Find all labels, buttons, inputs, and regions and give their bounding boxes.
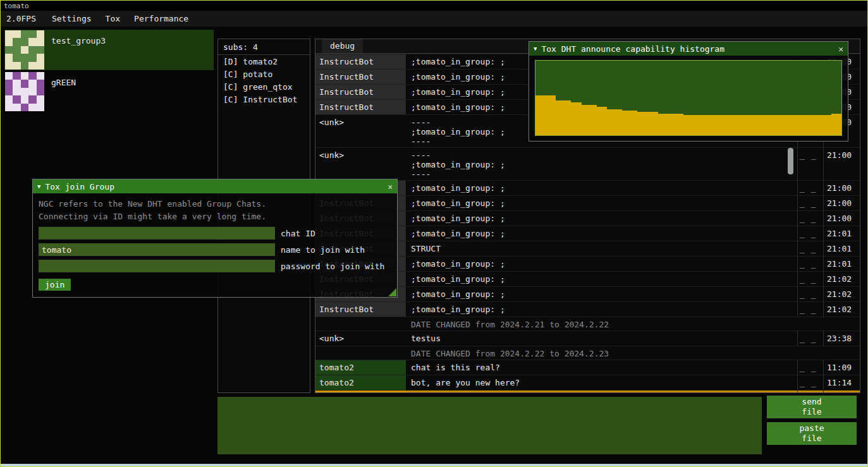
window-bottom-edge (1, 464, 867, 466)
chat-id-label: chat ID (281, 229, 315, 238)
histogram-bar (775, 115, 780, 135)
message-text: ;tomato_in_group: ; (406, 272, 797, 286)
message-row[interactable]: <unk>---- ;tomato_in_group: ; ----_ _21:… (315, 147, 860, 180)
message-text: ;tomato_in_group: ; (406, 287, 797, 301)
collapse-arrow-icon[interactable]: ▼ (534, 45, 537, 52)
histogram-bar (770, 115, 775, 135)
join-button[interactable]: join (39, 279, 71, 291)
message-time: 23:38 (823, 331, 860, 346)
message-time: 21:01 (823, 257, 860, 271)
message-row[interactable]: InstructBot;tomato_in_group: ;_ _21:02 (315, 301, 860, 317)
histogram-bar (688, 115, 694, 135)
message-time: 21:02 (823, 287, 860, 301)
histogram-bar (678, 114, 683, 135)
histogram-bar (729, 115, 734, 135)
member-item[interactable]: [C] green_qtox (218, 80, 310, 93)
message-time: 21:02 (823, 302, 860, 317)
sidebar-item-test-group3[interactable]: test_group3 (4, 30, 214, 70)
message-row[interactable]: tomato2bot, are you new here?_ _11:14 (315, 375, 860, 390)
sender-name: <unk> (315, 115, 406, 147)
group-avatar (5, 72, 44, 111)
members-list: [D] tomato2[C] potato[C] green_qtox[C] I… (218, 55, 310, 106)
histogram-bar (587, 105, 592, 135)
histogram-bar (765, 115, 770, 135)
histogram-bar (724, 115, 729, 135)
message-flags: _ _ (797, 241, 823, 256)
sidebar-item-green[interactable]: gREEN (4, 71, 214, 112)
message-text: chat is this real? (406, 360, 797, 375)
join-name-label: name to join with (281, 245, 365, 255)
message-text: ---- ;tomato_in_group: ; ---- (406, 148, 797, 180)
group-name: gREEN (51, 78, 76, 112)
histogram-bar (734, 115, 739, 135)
paste-file-button[interactable]: paste file (767, 422, 857, 445)
group-name: test_group3 (51, 36, 106, 70)
histogram-bar (647, 112, 652, 135)
message-time: 11:15 (823, 391, 860, 392)
histogram-bar (810, 115, 816, 135)
sender-name: tomato2 (315, 360, 406, 375)
histogram-bar (755, 115, 760, 135)
sender-name: InstructBot (315, 100, 406, 114)
member-item[interactable]: [C] potato (218, 68, 310, 80)
histogram-bar (704, 115, 709, 135)
message-row[interactable]: tomato2chat is this real?_ _11:09 (315, 360, 860, 375)
histogram-bar (821, 115, 826, 135)
resize-grip[interactable] (388, 288, 396, 296)
dht-histogram-window: ▼ Tox DHT announce capability histogram … (529, 41, 848, 142)
close-icon[interactable]: ✕ (388, 182, 393, 191)
member-item[interactable]: [D] tomato2 (218, 55, 310, 68)
histogram-bar (627, 111, 632, 135)
message-input[interactable] (217, 397, 762, 454)
chat-scrollbar[interactable] (788, 148, 793, 174)
message-time: 21:00 (823, 196, 860, 210)
histogram-bar (637, 112, 642, 135)
histogram-title: Tox DHT announce capability histogram (541, 44, 724, 54)
histogram-bar (719, 115, 724, 135)
message-flags: _ _ (797, 257, 823, 271)
send-file-button[interactable]: send file (767, 396, 857, 418)
message-text: ;tomato_in_group: ; (406, 211, 797, 226)
tab-debug[interactable]: debug (322, 39, 363, 53)
join-group-titlebar[interactable]: ▼ Tox join Group ✕ (33, 179, 397, 193)
histogram-bar (673, 114, 678, 135)
message-time: 21:01 (823, 226, 860, 241)
histogram-bar (826, 115, 831, 135)
histogram-bar (556, 100, 561, 135)
member-item[interactable]: [C] InstructBot (218, 93, 310, 106)
message-flags: _ _ (797, 211, 823, 226)
message-flags: _ _ (797, 302, 823, 317)
join-password-input[interactable] (39, 260, 275, 272)
join-name-input[interactable] (39, 243, 275, 256)
histogram-bar (800, 115, 805, 135)
message-time: 11:09 (823, 360, 860, 375)
histogram-bar (535, 95, 541, 135)
sender-name: tomato2 (315, 375, 406, 390)
menu-settings[interactable]: Settings (45, 14, 99, 23)
message-row[interactable]: InstructBotNo, I've been in this group f… (315, 390, 860, 392)
histogram-bar (541, 95, 546, 135)
message-time: 21:00 (823, 211, 860, 226)
histogram-bar (597, 107, 602, 135)
collapse-arrow-icon[interactable]: ▼ (37, 183, 40, 190)
window-titlebar[interactable]: tomato (1, 1, 867, 11)
histogram-titlebar[interactable]: ▼ Tox DHT announce capability histogram … (529, 42, 848, 56)
message-flags: _ _ (797, 226, 823, 241)
message-flags: _ _ (797, 360, 823, 375)
sender-name: InstructBot (315, 70, 406, 84)
message-row[interactable]: <unk>testus_ _23:38 (315, 331, 860, 346)
histogram-bar (566, 100, 571, 135)
histogram-bar (694, 115, 699, 135)
close-icon[interactable]: ✕ (838, 44, 843, 54)
histogram-bar (790, 115, 795, 135)
chat-id-input[interactable] (39, 227, 275, 240)
message-time: 21:02 (823, 272, 860, 286)
histogram-bar (699, 115, 704, 135)
menu-performance[interactable]: Performance (127, 14, 195, 23)
message-text: testus (406, 331, 797, 346)
menu-tox[interactable]: Tox (99, 14, 127, 23)
message-flags: _ _ (797, 181, 823, 195)
histogram-bar (551, 95, 556, 135)
message-flags: _ _ (797, 272, 823, 286)
sender-name: InstructBot (315, 302, 406, 317)
